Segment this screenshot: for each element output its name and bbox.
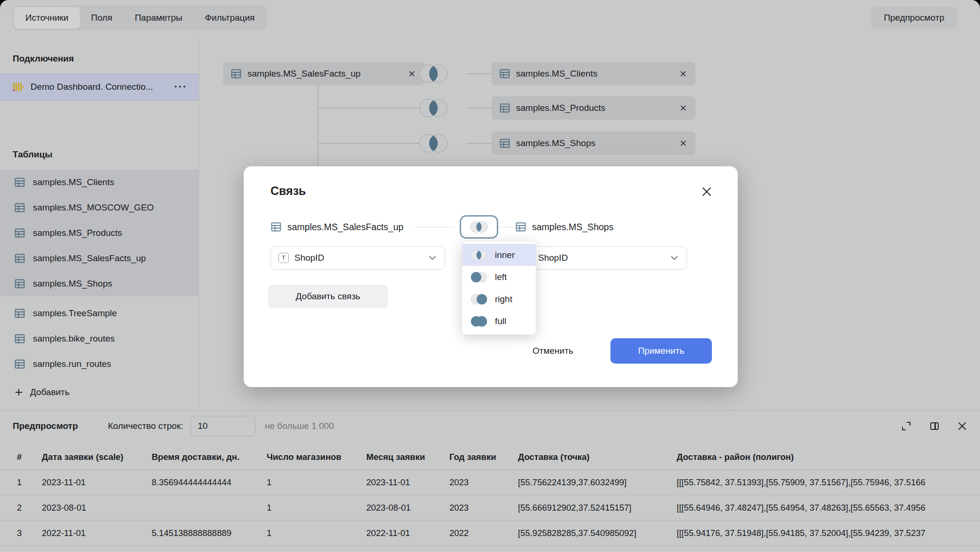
- connection-menu-icon[interactable]: ···: [174, 81, 199, 93]
- join-option-inner[interactable]: inner: [462, 244, 536, 266]
- table-icon: [499, 138, 510, 149]
- join-option-full[interactable]: full: [462, 310, 536, 332]
- table-name: samples.TreeSample: [33, 308, 117, 319]
- dialog-close-icon[interactable]: [700, 185, 713, 198]
- table-icon: [14, 202, 25, 213]
- add-table-button[interactable]: Добавить: [0, 380, 199, 405]
- sidebar-table-bike-routes[interactable]: samples.bike_routes: [0, 326, 199, 351]
- left-field-select[interactable]: T ShopID: [270, 246, 445, 270]
- cancel-button[interactable]: Отменить: [523, 339, 583, 363]
- cell: 1: [17, 477, 42, 488]
- col-header: Доставка - район (полигон): [677, 452, 980, 462]
- sidebar: Подключения Demo Dashboard. Connectio...…: [0, 37, 199, 410]
- table-icon: [270, 221, 282, 233]
- join-right-table: samples.MS_Shops: [515, 215, 613, 239]
- join-inner-icon: [469, 220, 489, 233]
- table-name: samples.MS_Products: [33, 228, 122, 238]
- remove-table-icon[interactable]: [408, 70, 416, 78]
- remove-table-icon[interactable]: [679, 104, 687, 112]
- top-bar: Источники Поля Параметры Фильтрация Пред…: [0, 0, 980, 37]
- connections-section-title: Подключения: [13, 54, 74, 64]
- cell: 2022-11-01: [42, 528, 152, 538]
- remove-table-icon[interactable]: [679, 70, 687, 78]
- join-type-selector[interactable]: inner left right full: [460, 215, 498, 239]
- canvas-node-clients[interactable]: samples.MS_Clients: [492, 62, 695, 86]
- tab-fields[interactable]: Поля: [80, 7, 123, 29]
- right-field-select[interactable]: T ShopID: [514, 246, 687, 270]
- apply-button[interactable]: Применить: [610, 338, 712, 364]
- cell: 3: [17, 528, 42, 538]
- join-option-label: left: [495, 272, 507, 282]
- col-header: #: [17, 452, 42, 462]
- sidebar-table-ms-clients[interactable]: samples.MS_Clients: [0, 170, 199, 195]
- node-label: samples.MS_SalesFacts_up: [247, 69, 361, 79]
- cell: 2023: [449, 503, 518, 513]
- canvas-node-salesfacts[interactable]: samples.MS_SalesFacts_up: [223, 62, 424, 86]
- node-label: samples.MS_Shops: [516, 138, 595, 148]
- join-icon-shops[interactable]: [417, 132, 450, 154]
- join-line: [466, 73, 492, 74]
- preview-toggle-button[interactable]: Предпросмотр: [871, 7, 957, 29]
- preview-table: # Дата заявки (scale) Время доставки, дн…: [0, 444, 980, 546]
- join-option-label: full: [495, 316, 506, 327]
- sidebar-table-ms-products[interactable]: samples.MS_Products: [0, 220, 199, 246]
- canvas-node-products[interactable]: samples.MS_Products: [492, 96, 695, 120]
- chevron-down-icon: [671, 256, 678, 260]
- table-icon: [14, 278, 25, 289]
- cell: [[[55.75842, 37.51393],[55.75909, 37.515…: [677, 477, 980, 488]
- sidebar-table-run-routes[interactable]: samples.run_routes: [0, 351, 199, 377]
- join-left-table-name: samples.MS_SalesFacts_up: [287, 222, 403, 233]
- tables-section-title: Таблицы: [13, 149, 53, 160]
- tab-sources[interactable]: Источники: [14, 7, 80, 29]
- table-icon: [499, 102, 510, 114]
- cell: 2023: [449, 477, 518, 488]
- join-left-icon: [470, 271, 488, 283]
- join-option-label: right: [495, 294, 512, 304]
- sidebar-table-ms-moscow-geo[interactable]: samples.MS_MOSCOW_GEO: [0, 195, 199, 220]
- table-name: samples.bike_routes: [33, 334, 115, 344]
- cell: 2023-08-01: [42, 503, 152, 513]
- join-inner-icon: [470, 249, 488, 261]
- dataset-editor-window: Источники Поля Параметры Фильтрация Пред…: [0, 0, 980, 552]
- cell: 8.356944444444444: [152, 477, 267, 488]
- cell: [[[55.64946, 37.48247],[55.64954, 37.482…: [677, 503, 980, 513]
- tab-parameters[interactable]: Параметры: [123, 7, 193, 29]
- split-view-icon[interactable]: [929, 420, 940, 432]
- cell: 2023-11-01: [42, 477, 152, 488]
- preview-panel: Предпросмотр Количество строк: не больше…: [0, 410, 980, 552]
- sidebar-table-treesample[interactable]: samples.TreeSample: [0, 301, 199, 326]
- join-option-right[interactable]: right: [462, 288, 536, 310]
- tab-filtering[interactable]: Фильтрация: [193, 7, 266, 29]
- close-preview-icon[interactable]: [957, 421, 967, 431]
- remove-table-icon[interactable]: [679, 140, 687, 147]
- add-join-button[interactable]: Добавить связь: [268, 285, 388, 308]
- col-header: Доставка (точка): [518, 452, 677, 462]
- join-option-label: inner: [495, 250, 515, 260]
- col-header: Год заявки: [449, 452, 518, 462]
- join-option-left[interactable]: left: [462, 266, 536, 288]
- canvas-node-shops[interactable]: samples.MS_Shops: [492, 132, 695, 155]
- join-icon-clients[interactable]: [417, 63, 450, 85]
- col-header: Месяц заявки: [366, 452, 449, 462]
- sidebar-table-ms-salesfacts[interactable]: samples.MS_SalesFacts_up: [0, 246, 199, 271]
- table-name: samples.MS_Shops: [33, 279, 112, 289]
- table-icon: [14, 253, 25, 264]
- expand-preview-icon[interactable]: [901, 420, 912, 432]
- clickhouse-connection-icon: [13, 82, 23, 92]
- table-row: 3 2022-11-01 5.145138888888889 1 2022-11…: [0, 521, 980, 546]
- right-field-value: ShopID: [538, 253, 568, 263]
- sidebar-table-ms-shops[interactable]: samples.MS_Shops: [0, 271, 199, 296]
- cell: [55.666912902,37.52415157]: [518, 503, 677, 513]
- table-row: 1 2023-11-01 8.356944444444444 1 2023-11…: [0, 470, 980, 495]
- chevron-down-icon: [429, 256, 436, 260]
- join-icon-products[interactable]: [417, 97, 450, 119]
- col-header: Число магазинов: [267, 452, 366, 462]
- tab-group: Источники Поля Параметры Фильтрация: [13, 6, 267, 30]
- cell: 5.145138888888889: [152, 528, 267, 538]
- row-count-input[interactable]: [191, 416, 255, 436]
- connection-item[interactable]: Demo Dashboard. Connectio... ···: [0, 73, 199, 101]
- join-type-dropdown: inner left right full: [462, 241, 536, 334]
- preview-header: Предпросмотр Количество строк: не больше…: [0, 411, 980, 442]
- cell: 1: [267, 503, 366, 513]
- cell: 1: [267, 528, 366, 538]
